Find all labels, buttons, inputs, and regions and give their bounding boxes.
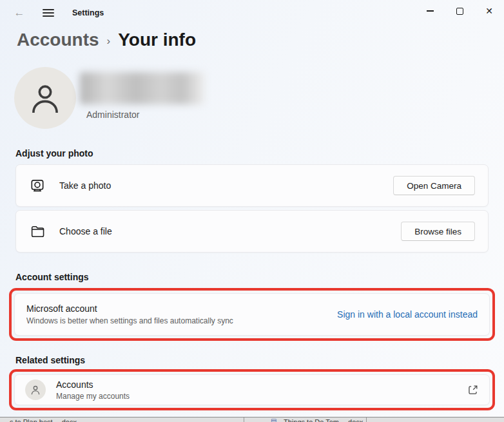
document-icon: ▤ [271, 418, 276, 422]
open-camera-button[interactable]: Open Camera [393, 176, 475, 195]
hamburger-menu-icon[interactable] [43, 8, 57, 18]
background-file-fragment: Things to Do Tom….docx [284, 418, 363, 422]
local-account-link[interactable]: Sign in with a local account instead [337, 309, 478, 320]
background-window-sliver: …s to Plan best….docx ▤ Things to Do Tom… [0, 417, 504, 422]
accounts-avatar [25, 379, 46, 400]
camera-icon [29, 177, 46, 194]
microsoft-account-title: Microsoft account [26, 303, 233, 314]
person-icon [26, 79, 64, 117]
avatar [14, 67, 76, 129]
take-a-photo-row: Take a photo Open Camera [15, 164, 489, 207]
divider [366, 417, 367, 422]
maximize-icon [456, 8, 463, 15]
minimize-button[interactable] [415, 0, 445, 22]
annotation-box-account: Microsoft account Windows is better when… [9, 288, 495, 341]
breadcrumb-separator-icon: › [107, 35, 111, 48]
folder-icon [29, 223, 46, 240]
window-controls: ✕ [415, 0, 504, 22]
accounts-row[interactable]: Accounts Manage my accounts [14, 374, 490, 405]
breadcrumb: Accounts › Your info [0, 30, 504, 50]
microsoft-account-subtitle: Windows is better when settings and file… [26, 316, 233, 325]
accounts-subtitle: Manage my accounts [56, 392, 130, 401]
annotation-box-related: Accounts Manage my accounts [9, 369, 495, 410]
role-label: Administrator [86, 110, 204, 120]
divider [244, 417, 244, 422]
profile-section: Administrator [14, 67, 504, 129]
adjust-photo-header: Adjust your photo [15, 148, 489, 158]
maximize-button[interactable] [445, 0, 474, 22]
browse-files-button[interactable]: Browse files [401, 222, 475, 241]
choose-a-file-row: Choose a file Browse files [15, 210, 489, 253]
background-file-fragment: …s to Plan best….docx [3, 418, 77, 422]
external-link-icon [466, 383, 479, 396]
account-settings-header: Account settings [15, 272, 489, 282]
page-title: Your info [118, 30, 196, 50]
close-button[interactable]: ✕ [474, 0, 504, 22]
microsoft-account-row: Microsoft account Windows is better when… [14, 293, 490, 336]
choose-a-file-label: Choose a file [59, 226, 112, 236]
take-a-photo-label: Take a photo [59, 180, 111, 191]
accounts-title: Accounts [56, 379, 130, 390]
close-icon: ✕ [485, 6, 493, 15]
back-arrow-icon[interactable]: ← [10, 5, 28, 21]
breadcrumb-accounts[interactable]: Accounts [17, 30, 99, 50]
person-icon [30, 384, 41, 396]
user-name-redacted [80, 72, 204, 104]
app-title: Settings [72, 8, 104, 17]
related-settings-header: Related settings [15, 355, 489, 365]
minimize-icon [427, 10, 434, 11]
